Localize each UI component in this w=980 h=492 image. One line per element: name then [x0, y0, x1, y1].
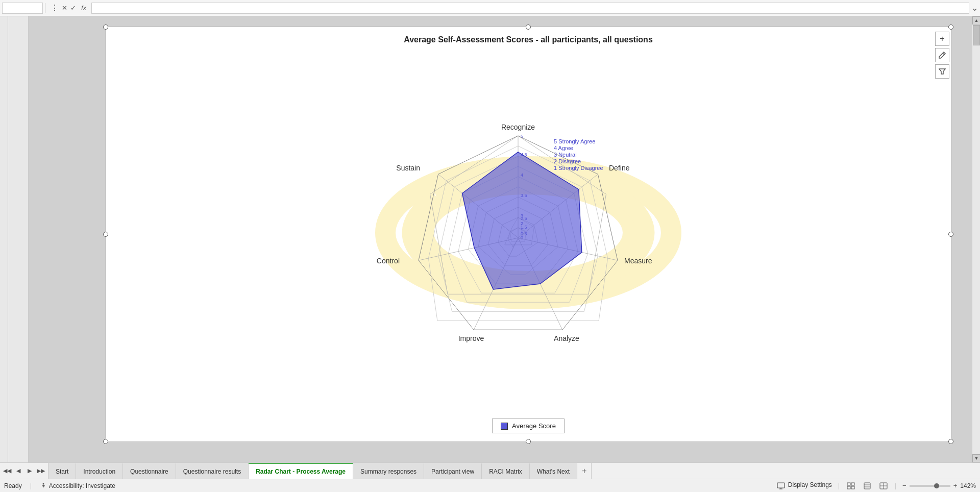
status-ready-label: Ready: [4, 482, 22, 489]
tab-summary-responses[interactable]: Summary responses: [353, 463, 424, 479]
normal-view-button[interactable]: [846, 481, 856, 490]
accessibility-icon: [40, 482, 47, 489]
table-icon: [879, 482, 888, 489]
svg-text:5 Strongly Agree: 5 Strongly Agree: [554, 138, 595, 144]
zoom-slider-thumb[interactable]: [934, 483, 939, 488]
fx-label: fx: [81, 4, 86, 12]
legend-color-box: [501, 423, 508, 430]
zoom-level: 142%: [960, 482, 976, 489]
status-bar: Ready | Accessibility: Investigate Displ…: [0, 479, 980, 492]
svg-marker-38: [462, 152, 582, 289]
scroll-down-button[interactable]: ▼: [972, 454, 980, 462]
sheet-tabs: Start Introduction Questionnaire Questio…: [48, 463, 577, 479]
more-options-icon[interactable]: ⋮: [51, 3, 59, 13]
svg-text:1 Strongly Disagree: 1 Strongly Disagree: [554, 165, 603, 171]
chart-inner: Average Self-Assessment Scores - all par…: [106, 27, 951, 441]
svg-text:Define: Define: [609, 164, 630, 172]
svg-rect-54: [851, 486, 854, 489]
accessibility-label: Accessibility: Investigate: [49, 482, 115, 489]
sheet-nav-next-end[interactable]: ▶▶: [36, 466, 46, 476]
formula-bar: ⋮ ✕ ✓ fx ⌄: [0, 0, 980, 16]
chart-body: 5 Strongly Agree 4 Agree 3 Neutral 2 Dis…: [114, 48, 943, 416]
pen-icon: [938, 51, 946, 59]
right-scrollbar[interactable]: ▲ ▼: [972, 16, 980, 462]
svg-text:Measure: Measure: [624, 257, 652, 265]
sheet-nav-next[interactable]: ▶: [24, 466, 35, 476]
filter-icon: [939, 68, 946, 75]
svg-rect-55: [864, 483, 870, 489]
page-break-view-button[interactable]: [878, 481, 889, 490]
add-sheet-button[interactable]: +: [577, 463, 592, 479]
sheet-tabs-area: ◀◀ ◀ ▶ ▶▶ Start Introduction Questionnai…: [0, 462, 980, 479]
tab-participant-view[interactable]: Participant view: [424, 463, 482, 479]
tab-whats-next[interactable]: What's Next: [530, 463, 577, 479]
tab-questionnaire[interactable]: Questionnaire: [123, 463, 176, 479]
status-accessibility[interactable]: Accessibility: Investigate: [40, 482, 115, 489]
chart-legend: Average Score: [492, 419, 565, 433]
zoom-slider[interactable]: [910, 485, 950, 487]
tab-questionnaire-results[interactable]: Questionnaire results: [176, 463, 249, 479]
zoom-control[interactable]: − + 142%: [902, 482, 976, 489]
scroll-thumb[interactable]: [973, 25, 980, 45]
formula-input[interactable]: [91, 3, 969, 14]
legend-label: Average Score: [512, 422, 556, 430]
chart-add-element-button[interactable]: +: [935, 32, 949, 46]
page-icon: [863, 482, 871, 489]
svg-rect-51: [847, 483, 850, 485]
main-area: Average Self-Assessment Scores - all par…: [0, 16, 980, 462]
cancel-formula-button[interactable]: ✕: [62, 4, 67, 12]
svg-line-46: [943, 53, 944, 55]
row-numbers: [8, 16, 29, 462]
tab-radar-chart[interactable]: Radar Chart - Process Average: [249, 463, 353, 479]
sheet-nav-prev[interactable]: ◀: [13, 466, 23, 476]
svg-point-47: [42, 483, 44, 484]
formula-icons: ⋮ ✕ ✓: [47, 3, 79, 13]
cell-reference-input[interactable]: [2, 3, 43, 14]
page-layout-view-button[interactable]: [862, 481, 872, 490]
tab-start[interactable]: Start: [48, 463, 76, 479]
svg-text:4 Agree: 4 Agree: [554, 145, 573, 151]
status-right: Display Settings | |: [776, 481, 976, 490]
chart-style-button[interactable]: [935, 48, 949, 62]
radar-chart-svg: 5 Strongly Agree 4 Agree 3 Neutral 2 Dis…: [355, 90, 702, 376]
scroll-up-button[interactable]: ▲: [972, 16, 980, 24]
svg-rect-52: [851, 483, 854, 485]
tab-raci-matrix[interactable]: RACI Matrix: [482, 463, 530, 479]
display-settings-icon[interactable]: [776, 481, 786, 490]
spreadsheet-area: Average Self-Assessment Scores - all par…: [8, 16, 972, 462]
zoom-in-button[interactable]: +: [953, 482, 958, 489]
svg-text:Recognize: Recognize: [501, 123, 535, 131]
chart-filter-button[interactable]: [935, 64, 949, 79]
monitor-icon: [777, 482, 785, 489]
grid-icon: [847, 482, 855, 489]
zoom-out-button[interactable]: −: [902, 482, 906, 489]
svg-rect-53: [847, 486, 850, 489]
expand-formula-button[interactable]: ⌄: [971, 3, 978, 13]
sheet-nav-prev-start[interactable]: ◀◀: [2, 466, 12, 476]
formula-bar-separator: [45, 3, 45, 13]
left-scrollbar[interactable]: [0, 16, 8, 462]
chart-container[interactable]: Average Self-Assessment Scores - all par…: [105, 27, 951, 442]
chart-title: Average Self-Assessment Scores - all par…: [404, 35, 653, 44]
svg-rect-48: [777, 483, 785, 488]
svg-text:Analyze: Analyze: [554, 334, 579, 342]
svg-text:Improve: Improve: [458, 334, 484, 342]
sheet-nav-buttons: ◀◀ ◀ ▶ ▶▶: [0, 463, 48, 479]
svg-text:Control: Control: [377, 257, 400, 265]
svg-text:2 Disagree: 2 Disagree: [554, 158, 581, 164]
chart-action-buttons: +: [935, 32, 949, 79]
view-mode-icons: Display Settings: [776, 481, 832, 490]
display-settings-label: Display Settings: [788, 481, 832, 490]
svg-text:Sustain: Sustain: [396, 164, 420, 172]
tab-introduction[interactable]: Introduction: [76, 463, 123, 479]
scroll-track: [972, 24, 980, 454]
confirm-formula-button[interactable]: ✓: [70, 4, 76, 12]
